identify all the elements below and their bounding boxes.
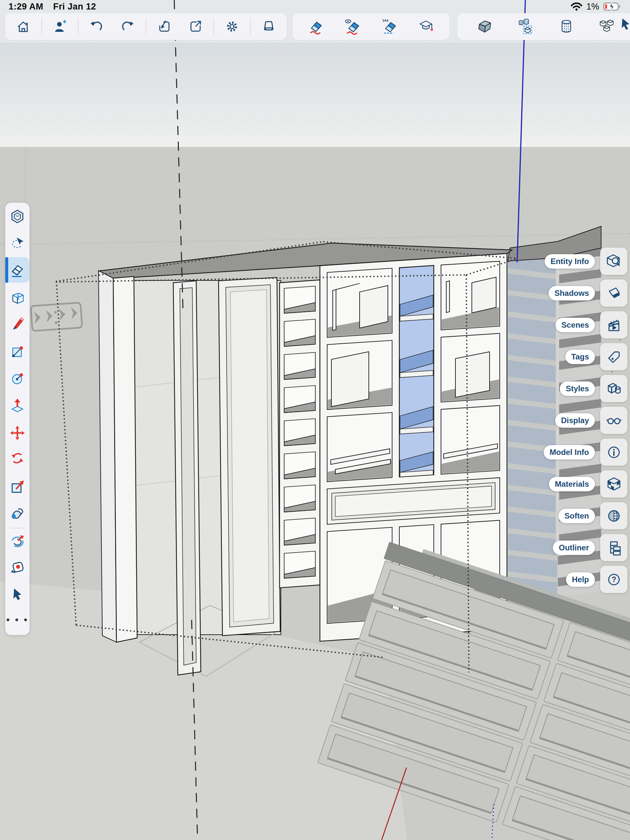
more-dots: • • • xyxy=(6,617,28,623)
styles-label[interactable]: Styles xyxy=(560,382,595,396)
scenes-label[interactable]: Scenes xyxy=(556,318,595,332)
select-button[interactable] xyxy=(5,585,30,603)
soften-button[interactable] xyxy=(600,502,627,529)
svg-text:?: ? xyxy=(611,575,616,584)
display-label[interactable]: Display xyxy=(555,413,595,428)
help-button[interactable]: ? xyxy=(600,566,627,593)
toolbar-divider xyxy=(41,18,42,35)
circle-button[interactable] xyxy=(5,369,30,387)
sketchup-ipad-app: { "status_bar": { "time": "1:29 AM", "da… xyxy=(0,0,630,840)
open-cube-button[interactable] xyxy=(472,15,498,38)
materials-button[interactable] xyxy=(600,471,627,497)
wifi-icon xyxy=(571,2,583,11)
export-button[interactable] xyxy=(182,15,209,38)
undo-button[interactable] xyxy=(83,15,109,38)
rotate-button[interactable] xyxy=(5,449,30,467)
clock: 1:29 AM xyxy=(8,2,43,12)
move-button[interactable] xyxy=(5,424,30,442)
entity-info-row: Entity Info xyxy=(545,248,627,275)
inspector-panel: Entity Info Shadows Scenes xyxy=(544,248,627,593)
shadows-button[interactable] xyxy=(600,279,627,307)
styles-row: Styles xyxy=(560,375,627,402)
tags-row: Tags xyxy=(565,343,627,370)
help-icon: ? xyxy=(605,571,622,588)
components-button[interactable] xyxy=(513,15,539,38)
home-button[interactable] xyxy=(10,15,36,38)
model-info-icon xyxy=(605,444,622,461)
materials-row: Materials xyxy=(549,471,627,497)
import-button[interactable] xyxy=(151,15,177,38)
entity-info-icon xyxy=(605,253,622,270)
tool-sidebar: • • • xyxy=(5,203,30,635)
scenes-button[interactable] xyxy=(600,311,627,338)
tags-icon xyxy=(605,348,622,365)
orbit-button[interactable] xyxy=(5,533,30,551)
entity-info-button[interactable] xyxy=(600,248,627,275)
display-row: Display xyxy=(555,407,627,434)
outliner-row: Outliner xyxy=(553,534,627,561)
soften-row: Soften xyxy=(559,502,627,529)
toolbar-file-group xyxy=(5,13,287,40)
sketchup-model-button[interactable] xyxy=(5,207,30,226)
materials-icon xyxy=(605,475,622,493)
outliner-icon xyxy=(605,539,622,556)
help-row: Help ? xyxy=(566,566,627,593)
materials-label[interactable]: Materials xyxy=(549,477,595,491)
shadows-row: Shadows xyxy=(549,279,627,307)
erase-button[interactable] xyxy=(303,15,329,38)
soften-icon xyxy=(605,507,622,524)
model-info-label[interactable]: Model Info xyxy=(544,445,595,459)
styles-icon xyxy=(605,380,623,398)
paint-bucket-button[interactable] xyxy=(5,504,30,523)
push-pull-button[interactable] xyxy=(5,396,30,415)
display-button[interactable] xyxy=(600,407,627,434)
scenes-row: Scenes xyxy=(556,311,627,338)
outliner-button[interactable] xyxy=(600,534,627,561)
instructor-button[interactable] xyxy=(413,15,439,38)
tape-measure-button[interactable] xyxy=(5,558,30,576)
shadows-icon xyxy=(605,285,622,302)
entity-info-label[interactable]: Entity Info xyxy=(545,254,595,268)
erase-hide-button[interactable] xyxy=(340,15,366,38)
lasso-select-button[interactable] xyxy=(5,234,30,252)
more-tools-button[interactable]: • • • xyxy=(5,611,30,629)
erase-soften-button[interactable] xyxy=(376,15,403,38)
toolbar-view-group xyxy=(457,13,630,40)
eraser-button[interactable] xyxy=(5,261,30,279)
status-bar: 1:29 AM Fri Jan 12 1% xyxy=(0,0,630,13)
rectangle-button[interactable] xyxy=(5,343,30,361)
sidebar-divider xyxy=(10,528,25,528)
outliner-label[interactable]: Outliner xyxy=(553,540,595,555)
line-button[interactable] xyxy=(5,314,30,332)
scale-button[interactable] xyxy=(5,478,30,496)
redo-button[interactable] xyxy=(114,15,141,38)
model-viewport[interactable] xyxy=(0,0,630,840)
toolbar-divider xyxy=(146,18,146,35)
display-icon xyxy=(605,412,623,429)
toolbar-eraser-group xyxy=(293,13,450,40)
device-button[interactable] xyxy=(256,15,282,38)
toolbar-divider xyxy=(213,18,214,35)
toolbar-divider xyxy=(250,18,251,35)
tags-label[interactable]: Tags xyxy=(565,350,595,364)
battery-percent: 1% xyxy=(586,2,599,12)
add-collaborator-button[interactable] xyxy=(47,15,73,38)
date: Fri Jan 12 xyxy=(53,2,96,12)
settings-button[interactable] xyxy=(219,15,245,38)
soften-label[interactable]: Soften xyxy=(559,509,595,523)
styles-button[interactable] xyxy=(600,375,627,402)
battery-charging-icon xyxy=(603,2,622,11)
hidden-geometry-button[interactable] xyxy=(553,15,579,38)
tags-button[interactable] xyxy=(600,343,627,370)
toolbar-divider xyxy=(78,18,78,35)
shadows-label[interactable]: Shadows xyxy=(549,286,595,300)
groups-button[interactable] xyxy=(594,15,620,38)
selected-component xyxy=(399,265,434,477)
pointer-cursor xyxy=(619,16,630,31)
model-info-row: Model Info xyxy=(544,439,627,466)
help-label[interactable]: Help xyxy=(566,572,595,587)
shapes-button[interactable] xyxy=(5,289,30,307)
model-info-button[interactable] xyxy=(600,439,627,466)
scenes-icon xyxy=(605,316,623,334)
